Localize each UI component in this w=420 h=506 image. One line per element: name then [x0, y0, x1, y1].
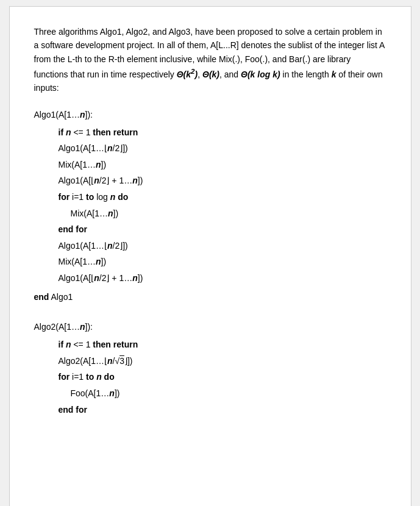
theta-k2: Θ(k2) — [177, 69, 198, 79]
algo2-line-3: for i=1 to n do — [59, 369, 386, 385]
algo1-line-2: Algo1(A[1…⌊n/2⌋]) — [59, 140, 386, 157]
algo2-body: if n <= 1 then return Algo2(A[1…⌊n/√3⌋])… — [46, 337, 386, 418]
algo2-block: Algo2(A[1…n]): if n <= 1 then return Alg… — [34, 322, 386, 418]
algo2-line-1: if n <= 1 then return — [59, 337, 386, 353]
theta-klogk: Θ(k log k) — [241, 69, 280, 79]
algo1-line-7: Algo1(A[1…⌊n/2⌋]) — [59, 238, 386, 254]
algo1-line-9: Algo1(A[⌊n/2⌋ + 1…n]) — [59, 270, 386, 287]
algo1-line-1: if n <= 1 then return — [59, 124, 386, 141]
theta-k: Θ(k) — [202, 69, 219, 79]
k-var: k — [332, 69, 336, 79]
algo1-block: Algo1(A[1…n]): if n <= 1 then return Alg… — [34, 110, 386, 305]
algo1-line-6: Mix(A[1…n]) — [71, 205, 386, 222]
algo1-end-for: end for — [59, 221, 386, 238]
algo1-end: end Algo1 — [34, 289, 386, 305]
algo1-line-8: Mix(A[1…n]) — [59, 254, 386, 270]
algo2-line-2: Algo2(A[1…⌊n/√3⌋]) — [59, 353, 386, 369]
algo1-line-4: Algo1(A[⌊n/2⌋ + 1…n]) — [59, 173, 386, 189]
page-container: Three algorithms Algo1, Algo2, and Algo3… — [9, 6, 411, 506]
algo1-signature: Algo1(A[1…n]): — [34, 110, 386, 119]
algo2-line-4: Foo(A[1…n]) — [71, 385, 386, 402]
algo1-line-5: for i=1 to log n do — [59, 189, 386, 205]
algo2-signature: Algo2(A[1…n]): — [34, 322, 386, 332]
intro-paragraph: Three algorithms Algo1, Algo2, and Algo3… — [34, 25, 386, 95]
algo1-line-3: Mix(A[1…n]) — [59, 157, 386, 173]
and-text: and — [224, 69, 238, 79]
algo1-body: if n <= 1 then return Algo1(A[1…⌊n/2⌋]) … — [46, 124, 386, 287]
algo2-end-for: end for — [59, 402, 386, 418]
